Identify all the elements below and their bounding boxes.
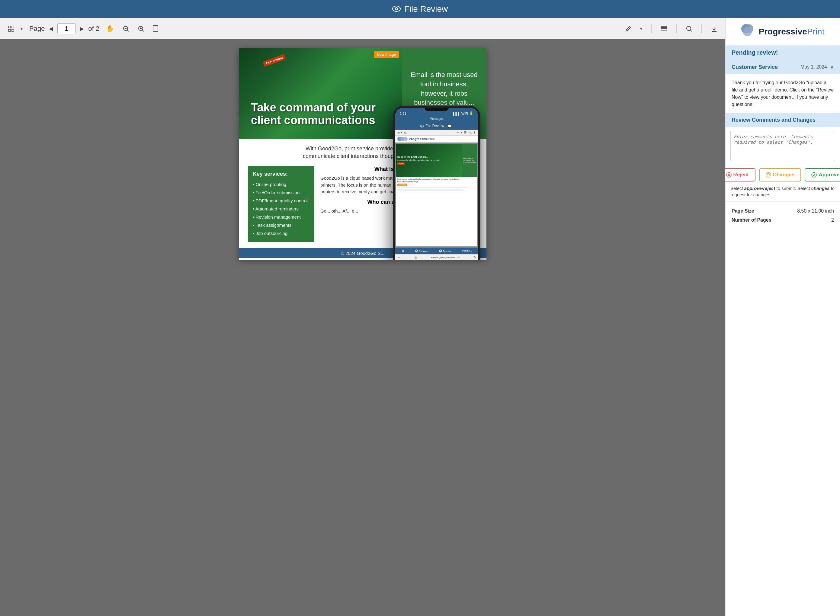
hand-tool-button[interactable]: ✋: [104, 23, 116, 34]
doc-hero-bg: Take command of your client communicatio…: [239, 48, 402, 139]
phone-mockup: 2:21 ▌▌▌WiFi🔋 Messages: [393, 106, 480, 260]
phone-btn-globe[interactable]: [402, 249, 405, 252]
phone-refresh-icon: ↻: [474, 256, 476, 259]
logo-container: ProgressivePrint: [741, 24, 825, 39]
review-header-text: Review Comments and Changes: [732, 117, 815, 123]
page-number-input[interactable]: 1: [57, 23, 75, 34]
svg-rect-3: [9, 26, 10, 28]
pending-review-banner: Pending review!: [726, 45, 840, 60]
phone-screen: 2:21 ▌▌▌WiFi🔋 Messages: [395, 108, 478, 260]
phone-what-if-text: What if there's a better way?: [397, 181, 476, 183]
review-comments-textarea[interactable]: [730, 131, 835, 161]
page-size-row: Page Size 8.50 x 11.00 inch: [732, 207, 834, 216]
phone-toolbar: ⊞▾ 1/2 ✏▾ ☰ 🔍 ⬇: [395, 130, 478, 136]
phone-toolbar-right: ✏▾ ☰ 🔍 ⬇: [456, 131, 476, 134]
eye-icon: [392, 4, 401, 14]
reject-label: Reject: [733, 172, 749, 178]
svg-point-31: [812, 172, 817, 177]
toolbar-sep-3: [701, 24, 702, 33]
toolbar: ▾ Page ◀ 1 ▶ of 2 ✋: [0, 18, 725, 39]
svg-rect-6: [12, 29, 14, 31]
review-comments-header: Review Comments and Changes: [726, 113, 840, 127]
list-item: Task assignments: [253, 221, 309, 229]
phone-time: 2:21: [400, 112, 406, 115]
svg-rect-14: [153, 26, 158, 32]
num-pages-value: 2: [831, 217, 834, 223]
phone-speech-icon: 💬: [446, 124, 453, 128]
view-mode-group: ▾: [6, 23, 25, 34]
phone-status-icons: ▌▌▌WiFi🔋: [453, 111, 474, 115]
phone-hero-title: Deep in the Email Jungle... the search f…: [397, 155, 440, 165]
phone-lock-icon: 🔒: [414, 256, 417, 259]
approve-button[interactable]: Approve: [805, 168, 840, 182]
phone-doc-page: Deep in the Email Jungle... the search f…: [396, 144, 477, 246]
phone-logo-circles: [397, 137, 408, 141]
search-button[interactable]: [684, 23, 694, 34]
phone-logo-area: Progressive Print: [395, 136, 478, 142]
download-button[interactable]: [709, 23, 719, 34]
list-item: Job outsourcing: [253, 229, 309, 238]
logo-area: ProgressivePrint: [726, 18, 840, 45]
phone-title-bar: File Review 💬: [395, 122, 478, 130]
cs-message: Thank you for trying our Good2Go "upload…: [732, 80, 834, 107]
prev-page-button[interactable]: ◀: [47, 23, 55, 34]
doc-area-wrapper: Take command of your client communicatio…: [0, 39, 725, 616]
key-services-list: Online proofing File/Order submission PD…: [253, 180, 309, 238]
phone-desc-lines: [397, 187, 476, 191]
page-view-button[interactable]: [151, 23, 160, 34]
page-size-value: 8.50 x 11.00 inch: [797, 208, 834, 214]
phone-url: ⊕ eview.good2gosoftware.com: [431, 257, 460, 259]
viewer-panel: ▾ Page ◀ 1 ▶ of 2 ✋: [0, 18, 725, 616]
phone-btn-pending: Pendin...: [462, 249, 472, 252]
cs-label: Customer Service: [732, 64, 778, 70]
cs-header-right: May 1, 2024 ∧: [800, 64, 834, 70]
doc-hero-title: Take command of your client communicatio…: [245, 95, 396, 133]
right-panel: ProgressivePrint Pending review! Custome…: [725, 18, 840, 616]
page-title: File Review: [404, 4, 448, 14]
svg-point-30: [766, 172, 771, 177]
new-image-badge: New Image: [374, 51, 399, 58]
customer-service-header[interactable]: Customer Service May 1, 2024 ∧: [726, 60, 840, 74]
phone-notch: [425, 108, 449, 111]
phone-outer: 2:21 ▌▌▌WiFi🔋 Messages: [393, 106, 480, 260]
annotate-button[interactable]: [623, 23, 633, 34]
changes-button[interactable]: Changes: [759, 168, 801, 182]
svg-line-8: [128, 30, 129, 31]
cs-chevron-icon: ∧: [830, 64, 834, 70]
toolbar-sep-1: [651, 24, 652, 33]
page-info-section: Page Size 8.50 x 11.00 inch Number of Pa…: [726, 201, 840, 229]
zoom-in-button[interactable]: [136, 23, 146, 34]
svg-point-23: [421, 125, 422, 126]
view-mode-button[interactable]: [6, 23, 16, 34]
logo-circles: [741, 24, 756, 39]
doc-key-services: Key services: Online proofing File/Order…: [248, 166, 314, 242]
document-page: Take command of your client communicatio…: [239, 48, 487, 260]
list-item: Revision management: [253, 213, 309, 221]
changes-label: Changes: [773, 172, 795, 178]
zoom-out-button[interactable]: [121, 23, 131, 34]
annotate-dropdown[interactable]: ▾: [638, 25, 644, 33]
svg-point-19: [687, 26, 691, 31]
phone-btn-approve[interactable]: Approve: [439, 249, 452, 252]
pending-review-text: Pending review!: [732, 49, 778, 56]
list-item: Online proofing: [253, 180, 309, 188]
comments-button[interactable]: [659, 24, 669, 33]
phone-toolbar-left: ⊞▾ 1/2: [397, 131, 408, 134]
list-item: PDF/Imgae quality control: [253, 197, 309, 205]
key-services-title: Key services:: [253, 171, 309, 177]
view-dropdown-button[interactable]: ▾: [19, 25, 25, 33]
total-pages: of 2: [88, 25, 99, 32]
svg-rect-5: [9, 29, 10, 31]
phone-email-makes-text: Email makes a horrible workflow for prin…: [397, 178, 476, 180]
phone-url-bar: AA 🔒 ⊕ eview.good2gosoftware.com ↻: [395, 254, 478, 260]
cs-date: May 1, 2024: [800, 64, 827, 70]
phone-messages-bar: Messages: [395, 117, 478, 122]
action-note: Select approve/reject to submit. Select …: [726, 185, 840, 201]
doc-scroll-area[interactable]: Take command of your client communicatio…: [0, 39, 725, 269]
svg-line-11: [142, 30, 144, 31]
phone-btn-changes[interactable]: Changes: [415, 249, 428, 252]
next-page-button[interactable]: ▶: [78, 23, 86, 34]
page-size-label: Page Size: [732, 208, 754, 214]
phone-jungle: Deep in the Email Jungle... the search f…: [396, 144, 462, 177]
phone-brand-row: Grood2Go: [397, 183, 476, 186]
